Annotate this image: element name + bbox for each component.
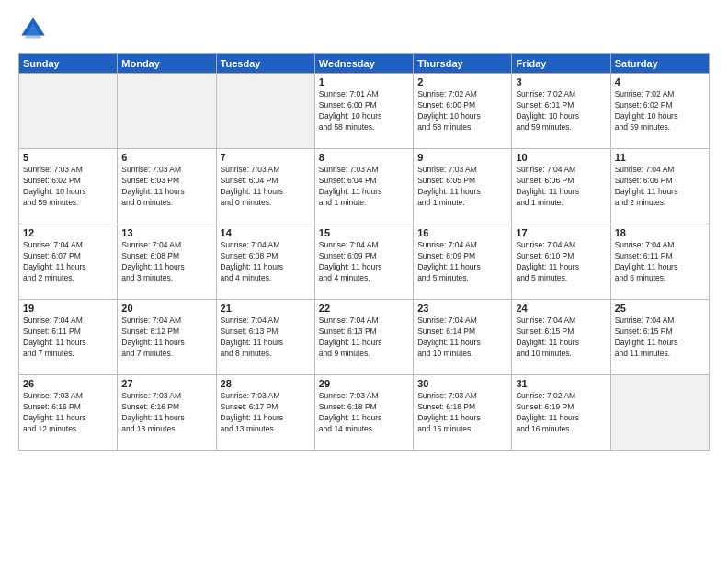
cell-text: Sunrise: 7:04 AM Sunset: 6:13 PM Dayligh… xyxy=(319,316,409,360)
calendar-cell: 9Sunrise: 7:03 AM Sunset: 6:05 PM Daylig… xyxy=(414,149,512,224)
calendar-week-4: 19Sunrise: 7:04 AM Sunset: 6:11 PM Dayli… xyxy=(19,300,710,375)
cell-text: Sunrise: 7:04 AM Sunset: 6:10 PM Dayligh… xyxy=(516,240,606,284)
day-number: 25 xyxy=(615,303,705,314)
cell-text: Sunrise: 7:04 AM Sunset: 6:06 PM Dayligh… xyxy=(615,165,705,209)
calendar-cell: 25Sunrise: 7:04 AM Sunset: 6:15 PM Dayli… xyxy=(610,300,709,375)
calendar-cell: 21Sunrise: 7:04 AM Sunset: 6:13 PM Dayli… xyxy=(216,300,314,375)
cell-text: Sunrise: 7:04 AM Sunset: 6:09 PM Dayligh… xyxy=(417,240,507,284)
day-number: 1 xyxy=(319,76,409,87)
calendar-cell: 18Sunrise: 7:04 AM Sunset: 6:11 PM Dayli… xyxy=(610,224,709,300)
day-number: 10 xyxy=(516,152,606,163)
cell-text: Sunrise: 7:04 AM Sunset: 6:15 PM Dayligh… xyxy=(615,316,705,360)
calendar-cell: 7Sunrise: 7:03 AM Sunset: 6:04 PM Daylig… xyxy=(216,149,314,224)
day-number: 17 xyxy=(516,227,606,238)
day-number: 9 xyxy=(417,152,507,163)
calendar-cell: 19Sunrise: 7:04 AM Sunset: 6:11 PM Dayli… xyxy=(19,300,118,375)
cell-text: Sunrise: 7:04 AM Sunset: 6:11 PM Dayligh… xyxy=(23,316,113,360)
calendar-cell: 30Sunrise: 7:03 AM Sunset: 6:18 PM Dayli… xyxy=(414,375,512,451)
cell-text: Sunrise: 7:03 AM Sunset: 6:04 PM Dayligh… xyxy=(221,165,311,209)
day-number: 4 xyxy=(615,76,705,87)
day-number: 15 xyxy=(319,227,409,238)
calendar-cell xyxy=(118,74,216,149)
day-number: 26 xyxy=(23,378,113,389)
page: SundayMondayTuesdayWednesdayThursdayFrid… xyxy=(0,0,728,563)
logo-icon xyxy=(18,15,48,44)
day-number: 13 xyxy=(121,227,211,238)
calendar-cell: 28Sunrise: 7:03 AM Sunset: 6:17 PM Dayli… xyxy=(216,375,314,451)
calendar-cell xyxy=(216,74,314,149)
day-header-wednesday: Wednesday xyxy=(314,54,413,74)
cell-text: Sunrise: 7:02 AM Sunset: 6:00 PM Dayligh… xyxy=(417,89,507,133)
day-header-tuesday: Tuesday xyxy=(216,54,314,74)
day-number: 19 xyxy=(23,303,113,314)
day-number: 3 xyxy=(516,76,606,87)
cell-text: Sunrise: 7:04 AM Sunset: 6:07 PM Dayligh… xyxy=(23,240,113,284)
calendar-cell: 27Sunrise: 7:03 AM Sunset: 6:16 PM Dayli… xyxy=(118,375,216,451)
calendar-cell: 15Sunrise: 7:04 AM Sunset: 6:09 PM Dayli… xyxy=(314,224,413,300)
calendar-cell: 12Sunrise: 7:04 AM Sunset: 6:07 PM Dayli… xyxy=(19,224,118,300)
cell-text: Sunrise: 7:03 AM Sunset: 6:05 PM Dayligh… xyxy=(417,165,507,209)
calendar-cell: 8Sunrise: 7:03 AM Sunset: 6:04 PM Daylig… xyxy=(314,149,413,224)
day-number: 31 xyxy=(516,378,606,389)
calendar-cell: 2Sunrise: 7:02 AM Sunset: 6:00 PM Daylig… xyxy=(414,74,512,149)
cell-text: Sunrise: 7:04 AM Sunset: 6:09 PM Dayligh… xyxy=(319,240,409,284)
cell-text: Sunrise: 7:03 AM Sunset: 6:04 PM Dayligh… xyxy=(319,165,409,209)
day-number: 11 xyxy=(615,152,705,163)
day-header-friday: Friday xyxy=(512,54,610,74)
day-number: 30 xyxy=(417,378,507,389)
calendar-cell: 1Sunrise: 7:01 AM Sunset: 6:00 PM Daylig… xyxy=(314,74,413,149)
calendar-cell: 26Sunrise: 7:03 AM Sunset: 6:16 PM Dayli… xyxy=(19,375,118,451)
calendar-header-row: SundayMondayTuesdayWednesdayThursdayFrid… xyxy=(19,54,710,74)
calendar-cell xyxy=(610,375,709,451)
calendar-week-2: 5Sunrise: 7:03 AM Sunset: 6:02 PM Daylig… xyxy=(19,149,710,224)
calendar-week-1: 1Sunrise: 7:01 AM Sunset: 6:00 PM Daylig… xyxy=(19,74,710,149)
day-header-monday: Monday xyxy=(118,54,216,74)
cell-text: Sunrise: 7:03 AM Sunset: 6:02 PM Dayligh… xyxy=(23,165,113,209)
calendar-cell: 10Sunrise: 7:04 AM Sunset: 6:06 PM Dayli… xyxy=(512,149,610,224)
cell-text: Sunrise: 7:02 AM Sunset: 6:02 PM Dayligh… xyxy=(615,89,705,133)
cell-text: Sunrise: 7:04 AM Sunset: 6:14 PM Dayligh… xyxy=(417,316,507,360)
calendar-cell: 6Sunrise: 7:03 AM Sunset: 6:03 PM Daylig… xyxy=(118,149,216,224)
calendar-cell xyxy=(19,74,118,149)
day-number: 7 xyxy=(221,152,311,163)
day-number: 22 xyxy=(319,303,409,314)
day-number: 12 xyxy=(23,227,113,238)
cell-text: Sunrise: 7:04 AM Sunset: 6:15 PM Dayligh… xyxy=(516,316,606,360)
calendar-cell: 22Sunrise: 7:04 AM Sunset: 6:13 PM Dayli… xyxy=(314,300,413,375)
calendar-cell: 29Sunrise: 7:03 AM Sunset: 6:18 PM Dayli… xyxy=(314,375,413,451)
calendar-week-5: 26Sunrise: 7:03 AM Sunset: 6:16 PM Dayli… xyxy=(19,375,710,451)
day-number: 24 xyxy=(516,303,606,314)
cell-text: Sunrise: 7:03 AM Sunset: 6:18 PM Dayligh… xyxy=(319,391,409,435)
calendar-table: SundayMondayTuesdayWednesdayThursdayFrid… xyxy=(18,53,710,451)
cell-text: Sunrise: 7:04 AM Sunset: 6:13 PM Dayligh… xyxy=(221,316,311,360)
day-number: 5 xyxy=(23,152,113,163)
calendar-cell: 5Sunrise: 7:03 AM Sunset: 6:02 PM Daylig… xyxy=(19,149,118,224)
logo xyxy=(18,15,51,44)
day-header-thursday: Thursday xyxy=(414,54,512,74)
day-number: 18 xyxy=(615,227,705,238)
day-number: 16 xyxy=(417,227,507,238)
day-number: 27 xyxy=(121,378,211,389)
cell-text: Sunrise: 7:04 AM Sunset: 6:08 PM Dayligh… xyxy=(221,240,311,284)
day-number: 23 xyxy=(417,303,507,314)
day-number: 29 xyxy=(319,378,409,389)
calendar-cell: 23Sunrise: 7:04 AM Sunset: 6:14 PM Dayli… xyxy=(414,300,512,375)
calendar-cell: 16Sunrise: 7:04 AM Sunset: 6:09 PM Dayli… xyxy=(414,224,512,300)
cell-text: Sunrise: 7:02 AM Sunset: 6:01 PM Dayligh… xyxy=(516,89,606,133)
day-number: 6 xyxy=(121,152,211,163)
calendar-cell: 14Sunrise: 7:04 AM Sunset: 6:08 PM Dayli… xyxy=(216,224,314,300)
calendar-cell: 24Sunrise: 7:04 AM Sunset: 6:15 PM Dayli… xyxy=(512,300,610,375)
cell-text: Sunrise: 7:04 AM Sunset: 6:08 PM Dayligh… xyxy=(121,240,211,284)
cell-text: Sunrise: 7:03 AM Sunset: 6:16 PM Dayligh… xyxy=(23,391,113,435)
cell-text: Sunrise: 7:03 AM Sunset: 6:16 PM Dayligh… xyxy=(121,391,211,435)
cell-text: Sunrise: 7:03 AM Sunset: 6:17 PM Dayligh… xyxy=(221,391,311,435)
day-header-saturday: Saturday xyxy=(610,54,709,74)
day-number: 28 xyxy=(221,378,311,389)
calendar-cell: 11Sunrise: 7:04 AM Sunset: 6:06 PM Dayli… xyxy=(610,149,709,224)
calendar-cell: 31Sunrise: 7:02 AM Sunset: 6:19 PM Dayli… xyxy=(512,375,610,451)
calendar-week-3: 12Sunrise: 7:04 AM Sunset: 6:07 PM Dayli… xyxy=(19,224,710,300)
cell-text: Sunrise: 7:04 AM Sunset: 6:06 PM Dayligh… xyxy=(516,165,606,209)
cell-text: Sunrise: 7:03 AM Sunset: 6:03 PM Dayligh… xyxy=(121,165,211,209)
calendar-cell: 20Sunrise: 7:04 AM Sunset: 6:12 PM Dayli… xyxy=(118,300,216,375)
day-number: 14 xyxy=(221,227,311,238)
